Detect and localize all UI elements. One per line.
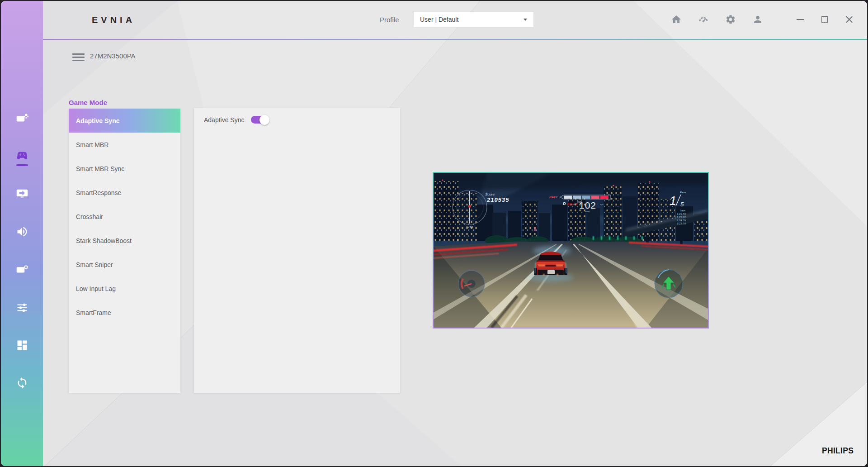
profile-dropdown[interactable]: User | Default — [414, 12, 533, 27]
audio-icon — [16, 225, 28, 238]
list-item-smartresponse[interactable]: SmartResponse — [69, 181, 180, 205]
settings-button[interactable] — [725, 14, 736, 25]
sidebar-item-smart-image[interactable] — [14, 112, 30, 125]
active-indicator — [16, 164, 28, 166]
sidebar-item-sync[interactable] — [14, 376, 30, 389]
philips-logo: PHILIPS — [822, 446, 854, 456]
home-icon — [671, 14, 682, 25]
preview-tint — [434, 173, 708, 328]
profile-dropdown-value: User | Default — [420, 16, 458, 23]
user-icon — [752, 14, 763, 25]
input-source-icon — [16, 187, 28, 200]
profile-label: Profile — [380, 16, 399, 24]
game-mode-icon — [16, 149, 28, 162]
close-icon — [845, 16, 853, 24]
toggle-knob — [259, 115, 269, 125]
minimize-button[interactable] — [795, 14, 806, 25]
sidebar-item-adjustments[interactable] — [14, 301, 30, 314]
sidebar-item-layout[interactable] — [14, 339, 30, 352]
list-item-smart-sniper[interactable]: Smart Sniper — [69, 253, 180, 276]
settings-icon — [725, 14, 736, 25]
window-controls — [795, 14, 854, 25]
evnia-logo: EVNIA — [92, 15, 135, 25]
adaptive-sync-toggle[interactable] — [251, 116, 268, 124]
evnia-app-window: EVNIA Profile User | Default — [1, 1, 867, 466]
list-item-crosshair[interactable]: Crosshair — [69, 205, 180, 229]
device-id: 27M2N3500PA — [90, 52, 136, 60]
chevron-down-icon — [524, 19, 527, 21]
sidebar-item-audio[interactable] — [14, 225, 30, 238]
game-preview: 02:55 Score 210535 RACE D ESC off mph — [433, 172, 709, 329]
list-item-smart-mbr[interactable]: Smart MBR — [69, 133, 180, 157]
hamburger-icon — [72, 53, 85, 55]
topbar-nav — [671, 14, 763, 25]
settings-panel: Adaptive Sync — [194, 108, 400, 393]
minimize-icon — [797, 19, 804, 20]
sidebar-item-game-mode[interactable] — [14, 149, 30, 166]
game-mode-list: Adaptive Sync Smart MBR Smart MBR Sync S… — [69, 109, 180, 393]
dashboard-icon — [698, 14, 709, 25]
home-button[interactable] — [671, 14, 682, 25]
list-item-low-input-lag[interactable]: Low Input Lag — [69, 276, 180, 300]
list-item-stark-shadowboost[interactable]: Stark ShadowBoost — [69, 229, 180, 253]
topbar-divider — [43, 39, 867, 40]
dashboard-button[interactable] — [698, 14, 709, 25]
page-title: Game Mode — [69, 99, 107, 106]
sidebar — [1, 1, 43, 466]
adjustments-icon — [16, 301, 28, 314]
smart-image-icon — [16, 112, 28, 125]
toggle-label: Adaptive Sync — [204, 116, 245, 124]
menu-button[interactable] — [72, 53, 85, 61]
sidebar-item-display-settings[interactable] — [14, 263, 30, 276]
list-item-smart-mbr-sync[interactable]: Smart MBR Sync — [69, 157, 180, 181]
list-item-adaptive-sync[interactable]: Adaptive Sync — [69, 109, 180, 133]
close-button[interactable] — [844, 14, 854, 25]
sidebar-item-input-source[interactable] — [14, 187, 30, 200]
user-button[interactable] — [752, 14, 763, 25]
layout-icon — [16, 339, 28, 352]
maximize-icon — [821, 16, 828, 23]
display-settings-icon — [16, 263, 28, 276]
sync-icon — [16, 376, 28, 389]
maximize-button[interactable] — [819, 14, 830, 25]
list-item-smartframe[interactable]: SmartFrame — [69, 300, 180, 324]
